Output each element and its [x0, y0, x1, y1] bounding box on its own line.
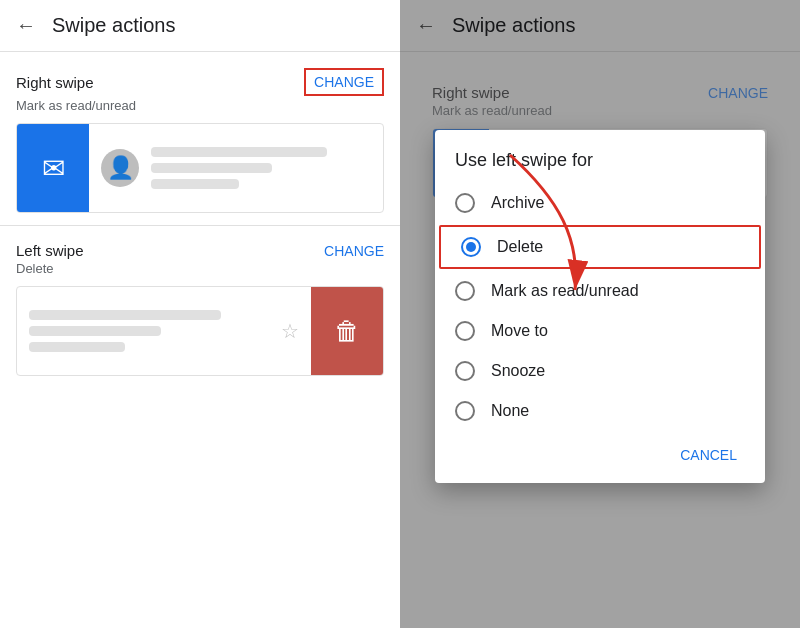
star-icon: ☆ — [281, 319, 299, 343]
dialog-title: Use left swipe for — [435, 150, 765, 183]
option-none-label: None — [491, 402, 529, 420]
left-swipe-header: Left swipe CHANGE — [16, 242, 384, 259]
option-delete-label: Delete — [497, 238, 543, 256]
left-swipe-sublabel: Delete — [16, 261, 384, 276]
right-swipe-header: Right swipe CHANGE — [16, 68, 384, 96]
radio-delete-inner — [466, 242, 476, 252]
left-swipe-preview: ☆ 🗑 — [16, 286, 384, 376]
delete-line-2 — [29, 326, 161, 336]
delete-line-3 — [29, 342, 125, 352]
left-swipe-label: Left swipe — [16, 242, 84, 259]
right-panel: ← Swipe actions Right swipe CHANGE Mark … — [400, 0, 800, 628]
trash-icon: 🗑 — [334, 316, 360, 347]
delete-line-1 — [29, 310, 221, 320]
delete-email-lines — [29, 310, 269, 352]
left-panel-title: Swipe actions — [52, 14, 175, 37]
right-swipe-sublabel: Mark as read/unread — [16, 98, 384, 113]
radio-mark-read — [455, 281, 475, 301]
option-archive-label: Archive — [491, 194, 544, 212]
right-swipe-label: Right swipe — [16, 74, 94, 91]
option-mark-read[interactable]: Mark as read/unread — [435, 271, 765, 311]
radio-move-to — [455, 321, 475, 341]
option-none[interactable]: None — [435, 391, 765, 431]
person-icon: 👤 — [107, 155, 134, 181]
email-lines — [151, 147, 371, 189]
option-snooze-label: Snooze — [491, 362, 545, 380]
option-snooze[interactable]: Snooze — [435, 351, 765, 391]
radio-snooze — [455, 361, 475, 381]
left-swipe-preview-content: ☆ — [17, 287, 311, 375]
avatar: 👤 — [101, 149, 139, 187]
email-line-2 — [151, 163, 272, 173]
left-swipe-change-button[interactable]: CHANGE — [324, 243, 384, 259]
right-swipe-change-button[interactable]: CHANGE — [304, 68, 384, 96]
radio-none — [455, 401, 475, 421]
envelope-icon: ✉ — [42, 152, 65, 185]
left-header: ← Swipe actions — [0, 0, 400, 52]
dialog-overlay: Use left swipe for Archive Delete Mark a… — [400, 0, 800, 628]
right-swipe-preview-blue: ✉ — [17, 124, 89, 212]
option-move-to-label: Move to — [491, 322, 548, 340]
option-delete[interactable]: Delete — [439, 225, 761, 269]
dialog-footer: Cancel — [435, 431, 765, 483]
option-move-to[interactable]: Move to — [435, 311, 765, 351]
left-swipe-section: Left swipe CHANGE Delete ☆ 🗑 — [0, 226, 400, 388]
cancel-button[interactable]: Cancel — [668, 439, 749, 471]
left-panel: ← Swipe actions Right swipe CHANGE Mark … — [0, 0, 400, 628]
right-swipe-preview: ✉ 👤 — [16, 123, 384, 213]
right-swipe-section: Right swipe CHANGE Mark as read/unread ✉… — [0, 52, 400, 225]
left-back-arrow[interactable]: ← — [16, 14, 36, 37]
option-archive[interactable]: Archive — [435, 183, 765, 223]
left-swipe-preview-red: 🗑 — [311, 287, 383, 375]
email-line-1 — [151, 147, 327, 157]
radio-delete — [461, 237, 481, 257]
swipe-action-dialog: Use left swipe for Archive Delete Mark a… — [435, 130, 765, 483]
email-line-3 — [151, 179, 239, 189]
radio-archive — [455, 193, 475, 213]
option-mark-read-label: Mark as read/unread — [491, 282, 639, 300]
right-swipe-preview-content: 👤 — [89, 124, 383, 212]
